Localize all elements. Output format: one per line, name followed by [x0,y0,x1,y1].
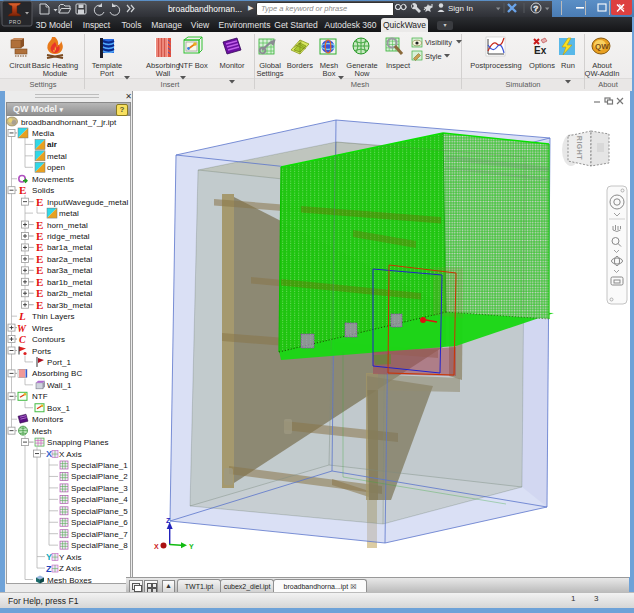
svg-text:Z: Z [46,564,52,574]
svg-text:Box_1: Box_1 [47,404,71,413]
svg-text:QW: QW [595,42,609,51]
svg-text:E: E [36,196,43,208]
svg-text:SpecialPlane_8: SpecialPlane_8 [71,541,128,550]
svg-text:E: E [36,253,43,265]
svg-text:Z Axis: Z Axis [59,564,81,573]
svg-text:Mesh: Mesh [32,427,52,436]
svg-text:E: E [36,241,43,253]
svg-text:broadbandhornant_7_jr.ipt: broadbandhornant_7_jr.ipt [21,118,117,127]
svg-text:SpecialPlane_5: SpecialPlane_5 [71,507,128,516]
svg-text:Wall_1: Wall_1 [47,381,72,390]
svg-text:Media: Media [32,129,55,138]
svg-text:Movements: Movements [32,175,74,184]
svg-text:air: air [47,140,57,149]
svg-text:Snapping Planes: Snapping Planes [47,438,109,447]
svg-text:metal: metal [47,152,67,161]
svg-text:X: X [46,449,52,459]
svg-text:bar3a_metal: bar3a_metal [47,266,92,275]
svg-text:C: C [19,334,26,345]
svg-text:ridge_metal: ridge_metal [47,232,90,241]
svg-text:E: E [36,276,43,288]
svg-text:SpecialPlane_4: SpecialPlane_4 [71,495,128,504]
svg-text:X Axis: X Axis [59,450,82,459]
svg-text:Absorbing BC: Absorbing BC [32,369,82,378]
svg-text:E: E [19,184,26,196]
svg-text:Ports: Ports [32,347,51,356]
svg-text:E: E [36,219,43,231]
svg-text:?: ? [534,4,539,13]
svg-text:NTF: NTF [32,392,48,401]
svg-text:RIGHT: RIGHT [576,136,583,161]
svg-text:Thin Layers: Thin Layers [32,312,75,321]
svg-text:bar1a_metal: bar1a_metal [47,243,92,252]
svg-text:bar3b_metal: bar3b_metal [47,301,92,310]
svg-text:Y: Y [46,552,52,562]
svg-text:InputWavegude_metal: InputWavegude_metal [47,198,128,207]
svg-text:Ex: Ex [534,45,547,56]
svg-text:Z: Z [166,517,171,524]
svg-text:E: E [36,287,43,299]
svg-text:bar2a_metal: bar2a_metal [47,255,92,264]
svg-text:Y: Y [189,543,194,550]
svg-text:SpecialPlane_6: SpecialPlane_6 [71,518,128,527]
svg-text:Mesh Boxes: Mesh Boxes [47,576,92,585]
svg-text:SpecialPlane_2: SpecialPlane_2 [71,472,128,481]
svg-text:X: X [154,543,159,550]
svg-text:E: E [36,230,43,242]
svg-text:Y Axis: Y Axis [59,553,82,562]
svg-text:open: open [47,163,65,172]
svg-text:Port_1: Port_1 [47,358,72,367]
svg-text:bar1b_metal: bar1b_metal [47,278,92,287]
svg-text:E: E [36,299,43,311]
svg-text:SpecialPlane_3: SpecialPlane_3 [71,484,128,493]
svg-text:E: E [36,264,43,276]
svg-text:SpecialPlane_7: SpecialPlane_7 [71,530,128,539]
svg-text:W: W [17,323,27,334]
svg-text:Solids: Solids [32,186,54,195]
svg-text:Wires: Wires [32,324,53,333]
svg-text:Monitors: Monitors [32,415,63,424]
svg-text:metal: metal [59,209,79,218]
svg-text:L: L [18,310,26,322]
svg-text:bar2b_metal: bar2b_metal [47,289,92,298]
svg-text:SpecialPlane_1: SpecialPlane_1 [71,461,128,470]
svg-text:PRO: PRO [9,19,21,25]
svg-text:horn_metal: horn_metal [47,221,88,230]
svg-text:Contours: Contours [32,335,65,344]
